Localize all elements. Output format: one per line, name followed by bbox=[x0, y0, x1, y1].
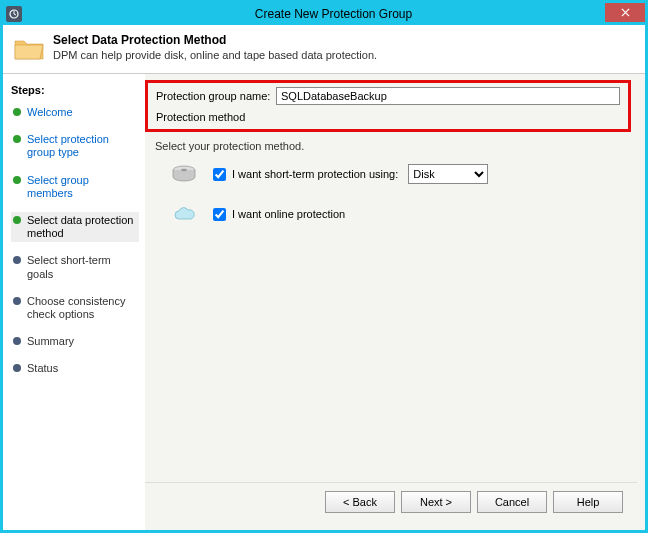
highlight-box: Protection group name: Protection method bbox=[145, 80, 631, 132]
short-term-checkbox-wrap: I want short-term protection using: bbox=[213, 168, 398, 181]
step-label: Select group members bbox=[27, 174, 137, 200]
body-section: Steps: Welcome Select protection group t… bbox=[3, 74, 645, 530]
step-label: Status bbox=[27, 362, 58, 375]
short-term-label: I want short-term protection using: bbox=[232, 168, 398, 180]
step-label: Select protection group type bbox=[27, 133, 137, 159]
short-term-option-row: I want short-term protection using: Disk bbox=[155, 164, 627, 184]
step-group-type[interactable]: Select protection group type bbox=[11, 131, 139, 161]
back-button[interactable]: < Back bbox=[325, 491, 395, 513]
step-dot-icon bbox=[13, 364, 21, 372]
step-consistency-check[interactable]: Choose consistency check options bbox=[11, 293, 139, 323]
step-label: Select data protection method bbox=[27, 214, 137, 240]
protection-method-label: Protection method bbox=[156, 111, 620, 123]
spacer bbox=[145, 252, 637, 482]
step-label: Summary bbox=[27, 335, 74, 348]
online-option-row: I want online protection bbox=[155, 204, 627, 224]
short-term-media-select[interactable]: Disk bbox=[408, 164, 488, 184]
header-text: Select Data Protection Method DPM can he… bbox=[53, 33, 377, 63]
step-group-members[interactable]: Select group members bbox=[11, 172, 139, 202]
page-title: Select Data Protection Method bbox=[53, 33, 377, 47]
folder-icon bbox=[13, 35, 45, 63]
step-welcome[interactable]: Welcome bbox=[11, 104, 139, 121]
group-name-input[interactable] bbox=[276, 87, 620, 105]
step-status[interactable]: Status bbox=[11, 360, 139, 377]
step-label: Choose consistency check options bbox=[27, 295, 137, 321]
main-area: Protection group name: Protection method… bbox=[145, 74, 645, 530]
header-section: Select Data Protection Method DPM can he… bbox=[3, 25, 645, 74]
step-dot-icon bbox=[13, 297, 21, 305]
step-summary[interactable]: Summary bbox=[11, 333, 139, 350]
disk-icon bbox=[171, 164, 197, 184]
step-dot-icon bbox=[13, 108, 21, 116]
step-dot-icon bbox=[13, 176, 21, 184]
step-short-term-goals[interactable]: Select short-term goals bbox=[11, 252, 139, 282]
step-dot-icon bbox=[13, 135, 21, 143]
select-prompt: Select your protection method. bbox=[155, 140, 627, 152]
button-bar: < Back Next > Cancel Help bbox=[145, 482, 637, 522]
svg-point-2 bbox=[181, 169, 187, 171]
step-dot-icon bbox=[13, 337, 21, 345]
online-checkbox[interactable] bbox=[213, 208, 226, 221]
cloud-icon bbox=[171, 204, 197, 224]
steps-sidebar: Steps: Welcome Select protection group t… bbox=[3, 74, 145, 530]
close-button[interactable] bbox=[605, 3, 645, 22]
online-checkbox-wrap: I want online protection bbox=[213, 208, 345, 221]
step-protection-method[interactable]: Select data protection method bbox=[11, 212, 139, 242]
step-label: Welcome bbox=[27, 106, 73, 119]
help-button[interactable]: Help bbox=[553, 491, 623, 513]
wizard-window: Create New Protection Group Select Data … bbox=[0, 0, 648, 533]
app-icon bbox=[6, 6, 22, 22]
close-icon bbox=[621, 8, 630, 17]
page-subtitle: DPM can help provide disk, online and ta… bbox=[53, 49, 377, 61]
step-dot-icon bbox=[13, 216, 21, 224]
next-button[interactable]: Next > bbox=[401, 491, 471, 513]
protection-method-section: Select your protection method. I want sh… bbox=[145, 132, 637, 252]
title-bar: Create New Protection Group bbox=[3, 3, 645, 25]
group-name-label: Protection group name: bbox=[156, 90, 276, 102]
steps-heading: Steps: bbox=[11, 84, 139, 96]
step-label: Select short-term goals bbox=[27, 254, 137, 280]
cancel-button[interactable]: Cancel bbox=[477, 491, 547, 513]
short-term-checkbox[interactable] bbox=[213, 168, 226, 181]
online-label: I want online protection bbox=[232, 208, 345, 220]
window-title: Create New Protection Group bbox=[22, 7, 645, 21]
group-name-row: Protection group name: bbox=[156, 87, 620, 105]
step-dot-icon bbox=[13, 256, 21, 264]
